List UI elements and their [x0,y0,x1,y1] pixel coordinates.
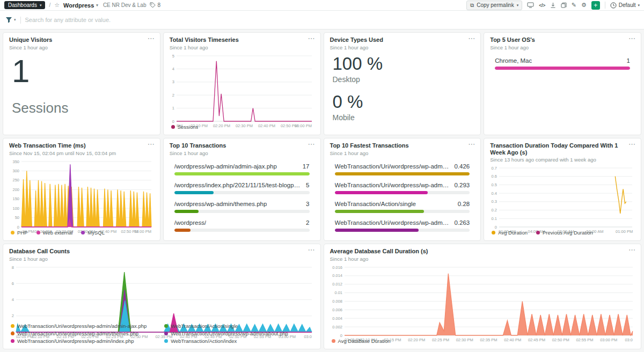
bar-list-row[interactable]: Chrome, Mac1 [495,57,630,70]
gear-icon: ⚙ [581,2,587,9]
search-input[interactable] [25,17,639,23]
legend-color-dot [11,231,14,234]
view-code-button[interactable]: </> [539,3,545,8]
legend-item[interactable]: PHP [11,230,28,236]
svg-text:0.014: 0.014 [332,273,342,278]
bar-list-row[interactable]: /wordpress/2 [174,219,310,232]
web-transaction-time-chart[interactable]: 050100150200250300350:00 PM02:10 PM02:20… [8,159,156,228]
bar-item-value: 5 [306,182,309,188]
settings-button[interactable]: ⚙ [581,2,587,9]
dashboards-label: Dashboards [8,2,37,8]
bar-item-name: WebTransaction/Uri/wordpress/wp-admin/in… [335,182,450,188]
bar-track [174,191,310,194]
card-options-icon[interactable]: ⋯ [628,34,636,42]
duplicate-button[interactable] [561,2,567,8]
database-call-counts-chart[interactable]: 0246802:05 PM02:10 PM02:15 PM02:20 PM02:… [8,265,316,321]
time-picker-button[interactable]: Default ▾ [610,2,640,9]
bar-list-row[interactable]: WebTransaction/Uri/wordpress/wp-admin/ab… [335,219,470,232]
copy-permalink-label: Copy permalink [477,2,514,8]
bar-list-row[interactable]: /wordpress/index.php/2021/11/15/test-blo… [174,182,310,194]
card-options-icon[interactable]: ⋯ [628,140,636,148]
legend-item[interactable]: MySQL [81,230,105,236]
card-header: Top 10 Fastest Transactions Since 1 hour… [324,138,481,158]
legend-item[interactable]: Avg Database Duration [332,338,391,344]
pencil-icon: ✎ [572,2,576,9]
permalink-icon: ⧉ [470,2,474,9]
bar-list-row[interactable]: /wordpress/wp-admin/admin-ajax.php17 [174,163,310,175]
bar-list-row[interactable]: /wordpress/wp-admin/themes.php3 [174,201,310,213]
legend-item[interactable]: Sessions [171,124,199,130]
bar-fill [174,172,310,175]
sessions-timeseries-chart[interactable]: 012345PM02:10 PM02:20 PM02:30 PM02:40 PM… [168,53,316,122]
card-title: Total Visitors Timeseries [170,36,314,43]
legend-item[interactable]: Avg Duration [492,230,528,236]
card-header: Database Call Counts Since 1 hour ago ⋯ [3,244,320,263]
transactions-bar-list: /wordpress/wp-admin/admin-ajax.php17/wor… [168,159,316,238]
funnel-icon [5,17,12,23]
svg-text:0.004: 0.004 [332,316,342,320]
legend-label: MySQL [87,230,105,236]
download-button[interactable] [550,2,556,8]
bar-fill [174,191,214,194]
legend-item[interactable]: WebTransaction/Uri/wordpress/wp-admin/ab… [164,331,312,336]
legend-color-dot [81,231,85,234]
bar-item-value: 0.28 [458,201,470,207]
bar-list-row[interactable]: WebTransaction/Uri/wordpress/wp-admin/th… [335,163,470,175]
card-options-icon[interactable]: ⋯ [308,34,316,42]
card-header: Web Transaction Time (ms) Since Nov 15, … [3,138,160,158]
filter-funnel-button[interactable]: ▾ [5,17,16,23]
card-options-icon[interactable]: ⋯ [308,246,316,254]
card-top-10-transactions: Top 10 Transactions Since 1 hour ago ⋯ /… [163,138,321,241]
desktop-label: Desktop [333,75,472,84]
bar-list-row[interactable]: WebTransaction/Uri/wordpress/wp-admin/in… [335,182,470,194]
tags-indicator[interactable]: 8 [150,2,160,8]
card-device-types-used: Device Types Used Since 1 hour ago ⋯ 100… [324,32,481,135]
dashboard-grid: Unique Visitors Since 1 hour ago ⋯ 1 Ses… [0,30,644,352]
card-options-icon[interactable]: ⋯ [308,140,316,148]
legend-label: WebTransaction/Uri/wordpress/wp-admin/ad… [17,323,147,329]
legend-item[interactable]: WebTransaction/Uri/wordpress/wp-admin/in… [11,338,159,344]
tv-mode-button[interactable] [527,2,534,8]
legend-label: Web external [43,230,73,236]
card-title: Web Transaction Time (ms) [9,142,154,149]
legend-label: PHP [17,230,28,236]
duration-compare-chart[interactable]: 00.10.20.30.40.50.60.701:00 AM04:00 AM07… [488,165,636,228]
legend-color-dot [11,339,14,343]
bar-item-name: Chrome, Mac [495,57,532,64]
card-options-icon[interactable]: ⋯ [148,34,155,42]
card-options-icon[interactable]: ⋯ [468,140,475,148]
favorite-star-icon[interactable]: ☆ [54,2,60,9]
copy-permalink-button[interactable]: ⧉ Copy permalink ▾ [466,1,522,10]
chevron-down-icon: ▾ [517,3,519,8]
svg-text:0.1: 0.1 [492,216,497,221]
card-subtitle: Since 1 hour ago [330,45,475,50]
legend-item[interactable]: WebTransaction/Uri/wordpress/wp-admin/th… [11,331,159,336]
dashboards-menu-button[interactable]: Dashboards ▾ [4,1,45,9]
dashboard-title-button[interactable]: Wordpress ▾ [63,2,98,9]
card-options-icon[interactable]: ⋯ [148,140,155,148]
billboard-label: Sessions [12,100,151,116]
chevron-down-icon: ▾ [40,3,42,8]
svg-text:250: 250 [12,178,19,182]
legend-item[interactable]: WebTransaction/Action/index [164,338,312,344]
svg-text:0.6: 0.6 [492,174,497,179]
card-title: Average Database Call Duration (s) [330,248,635,255]
card-header: Unique Visitors Since 1 hour ago ⋯ [3,33,160,52]
legend-item[interactable]: WebTransaction/Uri/wordpress/wp-admin/ad… [11,323,159,329]
edit-button[interactable]: ✎ [572,2,576,9]
card-average-database-call-duration: Average Database Call Duration (s) Since… [324,244,642,349]
legend-item[interactable]: Previous Avg Duration [536,230,593,236]
add-widget-button[interactable]: + [591,1,600,10]
svg-text:2: 2 [172,92,174,97]
os-bar-list: Chrome, Mac1 [488,53,636,76]
legend-item[interactable]: WebTransaction/Action/single [164,323,312,329]
card-options-icon[interactable]: ⋯ [468,34,475,42]
bar-list-row[interactable]: WebTransaction/Action/single0.28 [335,201,470,213]
card-options-icon[interactable]: ⋯ [628,246,636,254]
avg-database-duration-chart[interactable]: 00.0020.0040.0060.0080.010.0120.0140.016… [328,265,637,336]
bar-item-value: 17 [303,163,310,170]
card-database-call-counts: Database Call Counts Since 1 hour ago ⋯ … [3,244,321,349]
legend-item[interactable]: Web external [36,230,73,236]
monitor-icon [527,2,534,8]
bar-track [495,67,630,70]
